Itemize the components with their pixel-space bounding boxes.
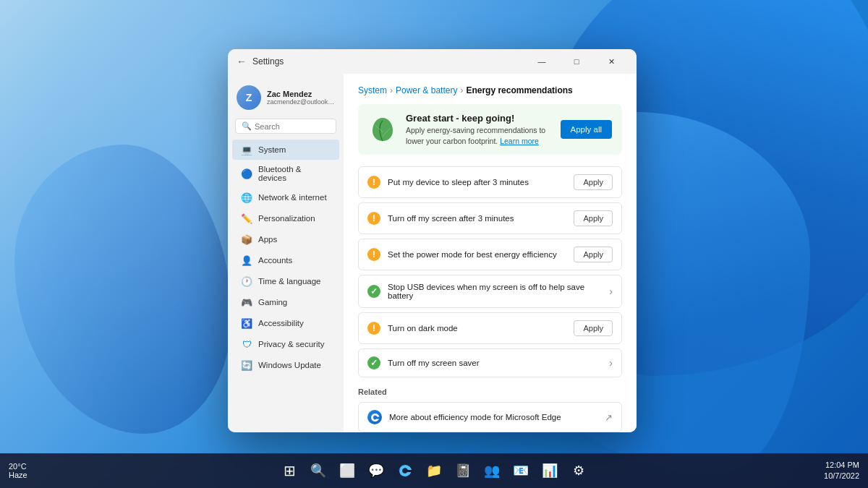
rec-row-usb[interactable]: ✓ Stop USB devices when my screen is off… [358, 275, 622, 308]
rec-icon-sleep: ! [367, 176, 380, 189]
sidebar-item-privacy[interactable]: 🛡 Privacy & security [232, 334, 339, 354]
promo-text: Great start - keep going! Apply energy-s… [406, 113, 552, 146]
sidebar-item-gaming[interactable]: 🎮 Gaming [232, 292, 339, 312]
rec-icon-dark-mode: ! [367, 322, 380, 335]
weather-desc: Haze [9, 471, 27, 479]
sidebar: Z Zac Mendez zacmendez@outlook.com 🔍 💻 S… [228, 74, 344, 432]
gaming-icon: 🎮 [241, 296, 252, 308]
sidebar-item-network[interactable]: 🌐 Network & internet [232, 187, 339, 207]
user-email: zacmendez@outlook.com [267, 98, 335, 106]
learn-more-link[interactable]: Learn more [500, 137, 539, 145]
sidebar-item-update[interactable]: 🔄 Windows Update [232, 355, 339, 375]
time-icon: 🕐 [241, 275, 252, 287]
rec-text-sleep: Put my device to sleep after 3 minutes [388, 178, 566, 187]
user-section[interactable]: Z Zac Mendez zacmendez@outlook.com [228, 80, 344, 116]
settings-taskbar-button[interactable]: ⚙ [566, 458, 592, 484]
leaf-icon [368, 115, 397, 144]
privacy-icon: 🛡 [241, 338, 252, 350]
sidebar-label-accounts: Accounts [258, 256, 292, 265]
clock-time: 12:04 PM [824, 460, 859, 471]
network-icon: 🌐 [241, 192, 252, 203]
sidebar-item-apps[interactable]: 📦 Apps [232, 229, 339, 249]
window-title: Settings [252, 56, 519, 67]
taskbar-clock: 12:04 PM 10/7/2022 [824, 460, 859, 482]
sidebar-item-accounts[interactable]: 👤 Accounts [232, 250, 339, 270]
rec-icon-screensaver: ✓ [367, 356, 380, 369]
chevron-right-icon-screensaver: › [609, 357, 613, 369]
rec-row-dark-mode[interactable]: ! Turn on dark mode Apply [358, 312, 622, 344]
related-label: Related [358, 388, 622, 396]
edge-taskbar-button[interactable] [392, 458, 418, 484]
sidebar-label-system: System [258, 145, 286, 154]
apply-button-sleep[interactable]: Apply [574, 174, 613, 190]
taskbar-weather: 20°C Haze [9, 462, 27, 479]
breadcrumb-power[interactable]: Power & battery [396, 85, 457, 95]
avatar: Z [237, 85, 261, 110]
window-controls: — □ ✕ [525, 49, 628, 74]
title-bar: ← Settings — □ ✕ [228, 49, 637, 74]
rec-text-usb: Stop USB devices when my screen is off t… [388, 283, 602, 300]
breadcrumb-sep2: › [460, 85, 463, 95]
weather-temp: 20°C [9, 462, 27, 471]
personalization-icon: ✏️ [241, 213, 252, 224]
outlook-button[interactable]: 📧 [508, 458, 534, 484]
apply-button-dark-mode[interactable]: Apply [574, 320, 613, 336]
rec-icon-screen-off: ! [367, 212, 380, 225]
sidebar-item-accessibility[interactable]: ♿ Accessibility [232, 313, 339, 333]
promo-desc: Apply energy-saving recommendations to l… [406, 125, 552, 146]
search-input[interactable] [255, 122, 330, 131]
sidebar-item-system[interactable]: 💻 System [232, 140, 339, 160]
settings-body: Z Zac Mendez zacmendez@outlook.com 🔍 💻 S… [228, 74, 637, 432]
back-button[interactable]: ← [237, 56, 247, 67]
rec-row-screensaver[interactable]: ✓ Turn off my screen saver › [358, 348, 622, 377]
search-icon: 🔍 [242, 121, 252, 131]
rec-icon-usb: ✓ [367, 285, 380, 298]
sidebar-label-network: Network & internet [258, 193, 327, 202]
sidebar-label-privacy: Privacy & security [258, 340, 324, 348]
external-link-icon: ↗ [605, 412, 613, 423]
taskbar: 20°C Haze ⊞ 🔍 ⬜ 💬 📁 📓 👥 📧 📊 ⚙ 12:04 PM 1… [0, 453, 868, 488]
teams-chat-button[interactable]: 💬 [363, 458, 389, 484]
start-button[interactable]: ⊞ [276, 458, 302, 484]
apply-button-screen-off[interactable]: Apply [574, 210, 613, 226]
maximize-button[interactable]: □ [560, 49, 593, 74]
apps-icon: 📦 [241, 234, 252, 245]
teams2-button[interactable]: 👥 [479, 458, 505, 484]
main-content: System › Power & battery › Energy recomm… [344, 74, 637, 432]
search-taskbar-button[interactable]: 🔍 [305, 458, 331, 484]
clock-date: 10/7/2022 [824, 471, 859, 481]
user-name: Zac Mendez [267, 90, 335, 98]
taskbar-center: ⊞ 🔍 ⬜ 💬 📁 📓 👥 📧 📊 ⚙ [276, 458, 592, 484]
breadcrumb-system[interactable]: System [358, 85, 387, 95]
apply-all-button[interactable]: Apply all [561, 120, 612, 139]
rec-icon-power-mode: ! [367, 248, 380, 261]
close-button[interactable]: ✕ [595, 49, 628, 74]
sidebar-item-time[interactable]: 🕐 Time & language [232, 271, 339, 291]
related-row-edge[interactable]: More about efficiency mode for Microsoft… [358, 402, 622, 432]
apply-button-power-mode[interactable]: Apply [574, 247, 613, 262]
sidebar-label-accessibility: Accessibility [258, 319, 304, 328]
file-explorer-button[interactable]: 📁 [421, 458, 447, 484]
sidebar-item-personalization[interactable]: ✏️ Personalization [232, 208, 339, 228]
settings-window: ← Settings — □ ✕ Z Zac Mendez zacmendez@… [228, 49, 637, 432]
rec-row-power-mode[interactable]: ! Set the power mode for best energy eff… [358, 239, 622, 270]
edge-icon [367, 410, 382, 424]
user-info: Zac Mendez zacmendez@outlook.com [267, 90, 335, 106]
breadcrumb-current: Energy recommendations [466, 85, 572, 95]
rec-text-power-mode: Set the power mode for best energy effic… [388, 250, 566, 259]
system-icon: 💻 [241, 144, 252, 155]
rec-row-screen-off[interactable]: ! Turn off my screen after 3 minutes App… [358, 202, 622, 234]
rec-text-screen-off: Turn off my screen after 3 minutes [388, 214, 566, 223]
task-view-button[interactable]: ⬜ [334, 458, 360, 484]
accounts-icon: 👤 [241, 254, 252, 266]
update-icon: 🔄 [241, 359, 252, 371]
promo-card: Great start - keep going! Apply energy-s… [358, 104, 622, 155]
search-box[interactable]: 🔍 [235, 119, 336, 134]
sidebar-item-bluetooth[interactable]: 🔵 Bluetooth & devices [232, 160, 339, 187]
onenote-button[interactable]: 📓 [450, 458, 476, 484]
powerpoint-button[interactable]: 📊 [537, 458, 563, 484]
minimize-button[interactable]: — [525, 49, 558, 74]
sidebar-label-apps: Apps [258, 235, 277, 244]
rec-row-sleep[interactable]: ! Put my device to sleep after 3 minutes… [358, 166, 622, 198]
bluetooth-icon: 🔵 [241, 168, 252, 179]
